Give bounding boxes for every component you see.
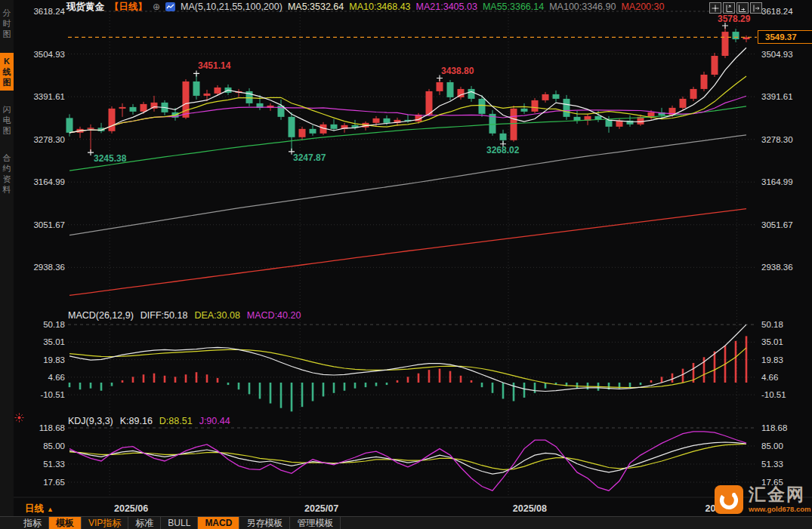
tab-standard[interactable]: 标准 [128, 517, 161, 529]
tab-manage-template[interactable]: 管理模板 [290, 517, 341, 529]
sidebar-tab-timeline[interactable]: 分时图 [0, 5, 14, 42]
candle-body [521, 109, 528, 112]
candle-body [204, 94, 211, 96]
candle-body [119, 107, 126, 109]
alert-blink-icon[interactable] [14, 412, 24, 426]
ma21-value: MA21:3405.03 [416, 2, 477, 12]
tab-template[interactable]: 模板 [49, 517, 82, 529]
extreme-cross-marker [88, 149, 94, 155]
price-axis-label-left: 3504.93 [33, 50, 65, 59]
kdj-k-value: K:89.16 [120, 416, 153, 426]
macd-hist-bar [629, 383, 631, 387]
price-axis-label-right: 3391.61 [761, 92, 793, 101]
macd-hist-bar [682, 369, 684, 383]
macd-hist-bar [132, 377, 134, 383]
candle-body [215, 88, 221, 94]
macd-hist-bar [344, 383, 346, 391]
extreme-cross-marker [193, 70, 199, 76]
candle-body [140, 104, 147, 112]
macd-hist-bar [206, 374, 208, 383]
candle-body [66, 118, 73, 132]
pan-crosshair-icon[interactable] [709, 2, 721, 14]
logo-icon [715, 485, 743, 514]
kdj-axis-label-right: 85.00 [761, 441, 783, 451]
macd-hist-bar [481, 383, 483, 387]
candle-body [373, 118, 380, 123]
macd-hist-bar [280, 383, 283, 408]
macd-hist-bar [301, 383, 304, 407]
chart-header: 现货黄金 【日线】 ⊕ MA(5,10,21,55,100,200) MA5:3… [66, 1, 664, 13]
ma100-value: MA100:3346.90 [549, 2, 616, 12]
price-axis-label-right: 3164.99 [761, 177, 793, 186]
candle-body [532, 100, 539, 112]
macd-title[interactable]: MACD(26,12,9) [68, 310, 134, 321]
macd-hist-bar [69, 383, 71, 387]
candle-body [130, 107, 137, 112]
candle-body [88, 128, 94, 128]
kdj-axis-label-right: 51.33 [761, 460, 783, 469]
ma200-line [69, 209, 746, 296]
left-sidebar: 分时图 K线图 闪电图 合约资料 [0, 0, 14, 520]
candle-body [648, 112, 655, 117]
candle-body [384, 118, 391, 123]
price-axis-label-right: 3618.24 [761, 7, 793, 16]
kdj-title[interactable]: KDJ(9,3,3) [68, 416, 113, 426]
ma21-line [69, 96, 746, 133]
candle-body [437, 82, 443, 91]
tab-vip-indicators[interactable]: VIP指标 [82, 517, 128, 529]
sidebar-tab-lightning[interactable]: 闪电图 [0, 101, 14, 139]
gridlines: 3618.243618.243504.933504.933391.613391.… [33, 7, 793, 514]
x-axis-month-label: 2025/07 [304, 503, 338, 514]
chart-canvas[interactable]: 3618.243618.243504.933504.933391.613391.… [0, 0, 812, 529]
macd-hist-bar [650, 380, 653, 383]
macd-hist-bar [661, 377, 663, 383]
indicator-chart-icon[interactable] [165, 2, 175, 11]
macd-axis-label-right: 19.83 [761, 355, 783, 364]
ma200-value: MA200:30 [621, 2, 664, 12]
macd-hist-bar [428, 370, 431, 383]
macd-hist-bar [365, 383, 367, 387]
macd-hist-bar [449, 371, 452, 383]
kdj-axis-label-left: 85.00 [43, 441, 65, 451]
macd-panel [69, 324, 748, 411]
d-line [69, 444, 746, 470]
macd-hist-bar [249, 383, 251, 394]
scale-y-axis-icon[interactable] [723, 2, 735, 14]
candle-body [109, 109, 116, 131]
macd-hist-bar [407, 377, 409, 383]
macd-hist-bar [576, 383, 579, 389]
macd-macd-value: MACD:40.20 [247, 310, 301, 321]
ma10-value: MA10:3468.43 [349, 2, 410, 12]
kdj-header-row: KDJ(9,3,3) K:89.16 D:88.51 J:90.44 [68, 416, 230, 426]
candle-body [701, 75, 708, 89]
macd-hist-bar [174, 377, 177, 383]
compare-add-icon[interactable]: ⊕ [153, 2, 160, 12]
macd-hist-bar [492, 383, 494, 393]
x-axis-month-label: 2025/06 [114, 503, 148, 514]
candle-body [722, 32, 729, 56]
macd-axis-label-right: -10.51 [761, 390, 786, 399]
sidebar-tab-kline[interactable]: K线图 [0, 53, 14, 91]
tab-macd[interactable]: MACD [198, 517, 239, 529]
candle-body [426, 91, 433, 115]
restore-view-icon[interactable] [750, 2, 762, 14]
macd-hist-bar [153, 374, 156, 383]
macd-hist-bar [523, 383, 526, 398]
tab-save-template[interactable]: 另存模板 [239, 517, 290, 529]
macd-hist-bar [333, 383, 335, 393]
macd-hist-bar [375, 383, 378, 386]
price-axis-label-left: 3278.30 [33, 135, 65, 144]
candle-body [310, 129, 316, 134]
period-selector[interactable]: 日线 ▲ [25, 503, 54, 515]
scale-x-axis-icon[interactable] [736, 2, 749, 14]
sidebar-tab-contract-info[interactable]: 合约资料 [0, 149, 14, 198]
tab-indicators[interactable]: 指标 [17, 517, 49, 529]
macd-hist-bar [122, 380, 124, 383]
macd-hist-bar [418, 374, 420, 383]
macd-hist-bar [164, 376, 166, 383]
macd-hist-bar [534, 383, 536, 393]
tab-bull[interactable]: BULL [161, 517, 198, 529]
price-axis-label-right: 3504.93 [761, 50, 793, 59]
kdj-j-value: J:90.44 [199, 416, 230, 426]
macd-hist-bar [386, 383, 388, 385]
